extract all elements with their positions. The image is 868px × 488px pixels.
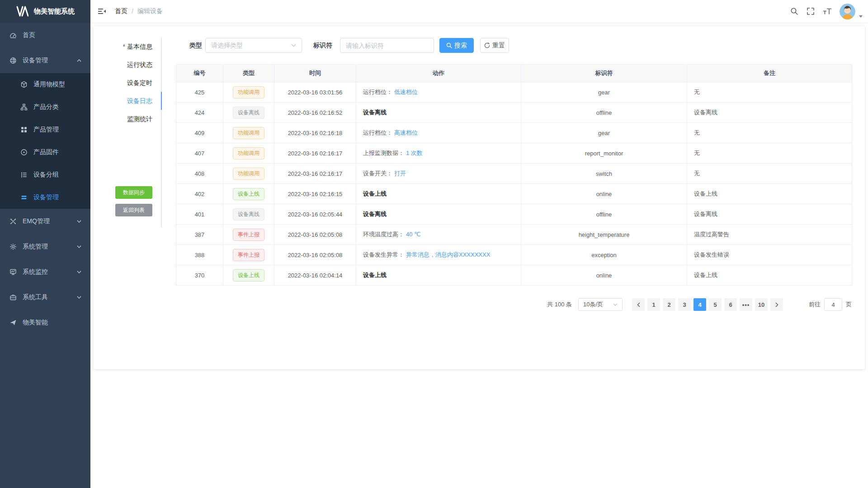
chevron-up-icon [77,59,81,62]
type-label: 类型 [189,38,202,53]
sidebar-item-product-firmware[interactable]: 产品固件 [0,141,90,164]
action-link[interactable]: 低速档位 [394,89,418,95]
identifier-label: 标识符 [313,38,332,53]
time-cell: 2022-03-16 02:16:17 [274,164,356,184]
tab-device-timing[interactable]: 设备定时 [94,74,161,92]
tab-monitor-stats[interactable]: 监测统计 [94,110,161,128]
logo-mark-icon [16,6,28,17]
sidebar-item-device-group[interactable]: 设备分组 [0,164,90,186]
action-link[interactable]: 异常消息，消息内容XXXXXXXX [406,251,490,258]
action-link[interactable]: 40 ℃ [406,231,421,238]
type-select[interactable]: 请选择类型 [205,38,302,53]
vertical-tabs: *基本信息 运行状态 设备定时 设备日志 监测统计 [94,38,161,128]
type-tag: 事件上报 [233,249,264,261]
sidebar-item-system-monitor[interactable]: 系统监控 [0,259,90,285]
group-list-icon [20,171,28,178]
breadcrumb-separator: / [132,8,133,15]
tab-basic-info[interactable]: *基本信息 [94,38,161,56]
sidebar-item-thing-model[interactable]: 通用物模型 [0,73,90,96]
page-button-1[interactable]: 1 [647,298,660,311]
sidebar-item-device-management[interactable]: 设备管理 [0,48,90,73]
gear-icon [9,243,17,250]
chevron-down-icon [77,271,81,273]
fullscreen-icon[interactable] [802,7,819,15]
jump-label: 前往 [809,300,821,309]
prev-page-button[interactable] [632,298,645,311]
page-button-6[interactable]: 6 [724,298,737,311]
jump-page-input[interactable] [824,298,842,311]
remark-cell: 无 [687,164,852,184]
caret-down-icon [859,15,863,18]
chevron-down-icon [291,44,296,47]
table-row: 387 事件上报 2022-03-16 02:05:08 环境温度过高：40 ℃… [176,225,852,245]
serial-cell: 370 [176,265,223,286]
remark-cell: 温度过高警告 [687,225,852,245]
page-button-5[interactable]: 5 [709,298,722,311]
serial-cell: 401 [176,204,223,225]
device-management-submenu: 通用物模型 产品分类 产品管理 [0,73,90,209]
dashboard-icon [9,32,17,39]
action-cell: 设备上线 [356,265,521,286]
time-cell: 2022-03-16 02:05:44 [274,204,356,225]
monitor-icon [9,268,17,276]
action-cell: 设备上线 [356,184,521,204]
page-button-4-active[interactable]: 4 [693,298,706,311]
data-sync-button[interactable]: 数据同步 [115,186,152,199]
user-avatar[interactable] [840,4,863,19]
table-row: 370 设备上线 2022-03-16 02:04:14 设备上线 online… [176,265,852,286]
device-bars-icon [20,194,28,201]
page-button-3[interactable]: 3 [678,298,691,311]
identifier-cell: offline [521,103,687,123]
sidebar-item-product-management[interactable]: 产品管理 [0,118,90,141]
page-jumper: 前往 页 [809,298,852,311]
chevron-down-icon [613,303,618,306]
total-count: 共 100 条 [547,300,572,309]
action-cell: 运行档位：高速档位 [356,123,521,143]
more-pages-button[interactable]: ••• [740,298,752,311]
action-link[interactable]: 1 次数 [406,150,423,156]
action-cell: 设备开关：打开 [356,164,521,184]
sidebar: 物美智能系统 首页 设备管理 通用物模型 [0,0,90,488]
page-button-10[interactable]: 10 [755,298,768,311]
search-icon[interactable] [786,7,802,15]
page-button-2[interactable]: 2 [663,298,675,311]
remark-cell: 无 [687,143,852,164]
sidebar-item-wumei-smart[interactable]: 物美智能 [0,310,90,335]
sidebar-item-emq-management[interactable]: EMQ管理 [0,209,90,234]
identifier-cell: gear [521,123,687,143]
action-link[interactable]: 打开 [394,170,406,177]
sidebar-item-product-category[interactable]: 产品分类 [0,96,90,118]
remark-cell: 设备上线 [687,184,852,204]
sidebar-item-device-list[interactable]: 设备管理 [0,186,90,209]
action-cell: 设备离线 [356,103,521,123]
device-globe-icon [9,57,17,64]
serial-cell: 409 [176,123,223,143]
sidebar-item-system-management[interactable]: 系统管理 [0,234,90,259]
remark-cell: 设备上线 [687,265,852,286]
type-tag: 功能调用 [233,127,264,139]
page-size-select[interactable]: 10条/页 [578,298,623,311]
tab-run-status[interactable]: 运行状态 [94,56,161,74]
table-row: 402 设备上线 2022-03-16 02:16:15 设备上线 online… [176,184,852,204]
sidebar-item-system-tools[interactable]: 系统工具 [0,285,90,310]
next-page-button[interactable] [770,298,783,311]
sidebar-item-home[interactable]: 首页 [0,23,90,48]
identifier-input[interactable] [340,38,434,53]
action-link[interactable]: 高速档位 [394,129,418,136]
breadcrumb-home-link[interactable]: 首页 [115,7,127,15]
type-tag: 设备离线 [233,208,264,221]
font-size-icon[interactable] [819,7,836,15]
identifier-cell: offline [521,204,687,225]
breadcrumb-current: 编辑设备 [137,7,163,15]
search-button[interactable]: 搜索 [439,38,474,53]
collapse-sidebar-icon[interactable] [90,7,113,16]
avatar-image [840,4,855,19]
reset-button[interactable]: 重置 [480,38,509,53]
action-cell: 上报监测数据：1 次数 [356,143,521,164]
table-row: 409 功能调用 2022-03-16 02:16:18 运行档位：高速档位 g… [176,123,852,143]
tab-device-log[interactable]: 设备日志 [94,92,161,110]
header-serial: 编号 [176,65,223,82]
type-tag: 功能调用 [233,86,264,99]
back-to-list-button[interactable]: 返回列表 [115,204,152,216]
time-cell: 2022-03-16 02:05:08 [274,245,356,265]
